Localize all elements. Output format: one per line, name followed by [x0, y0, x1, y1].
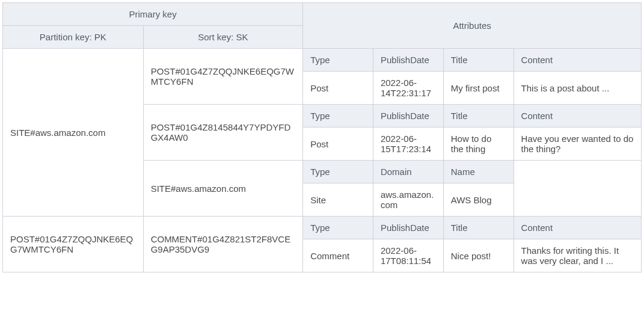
attr-value: Have you ever wanted to do the thing? — [514, 128, 641, 161]
sort-key-cell: COMMENT#01G4Z821ST2F8VCEG9AP35DVG9 — [143, 217, 303, 272]
header-primary-key: Primary key — [3, 3, 303, 26]
sort-key-cell: POST#01G4Z7ZQQJNKE6EQG7WMTCY6FN — [143, 49, 303, 105]
attr-value: aws.amazon.com — [373, 183, 443, 217]
dynamodb-table: Primary key Attributes Partition key: PK… — [2, 2, 642, 272]
attr-label — [514, 161, 641, 217]
attr-value: Post — [303, 72, 373, 105]
sort-key-cell: POST#01G4Z8145844Y7YPDYFDGX4AW0 — [143, 105, 303, 161]
attr-label: Content — [514, 49, 641, 72]
attr-value: How to do the thing — [443, 128, 514, 161]
partition-key-cell: SITE#aws.amazon.com — [3, 49, 144, 217]
attr-value: AWS Blog — [443, 183, 514, 217]
attr-value: 2022-06-14T22:31:17 — [373, 72, 443, 105]
attr-label: Name — [443, 161, 514, 183]
attr-value: Site — [303, 183, 373, 217]
attr-value: My first post — [443, 72, 514, 105]
attr-label: PublishDate — [373, 217, 443, 239]
attr-value: 2022-06-17T08:11:54 — [373, 239, 443, 272]
attr-label: Type — [303, 105, 373, 128]
attr-value: 2022-06-15T17:23:14 — [373, 128, 443, 161]
attr-label: Content — [514, 105, 641, 128]
header-partition-key: Partition key: PK — [3, 26, 144, 49]
attr-label: PublishDate — [373, 49, 443, 72]
attr-label: Title — [443, 105, 514, 128]
attr-label: Title — [443, 49, 514, 72]
attr-label: PublishDate — [373, 105, 443, 128]
attr-label: Title — [443, 217, 514, 239]
attr-label: Content — [514, 217, 641, 239]
attr-value: Nice post! — [443, 239, 514, 272]
attr-value: Thanks for writing this. It was very cle… — [514, 239, 641, 272]
attr-label: Domain — [373, 161, 443, 183]
sort-key-cell: SITE#aws.amazon.com — [143, 161, 303, 217]
header-sort-key: Sort key: SK — [143, 26, 303, 49]
attr-value: This is a post about ... — [514, 72, 641, 105]
attr-label: Type — [303, 217, 373, 239]
attr-label: Type — [303, 161, 373, 183]
partition-key-cell: POST#01G4Z7ZQQJNKE6EQG7WMTCY6FN — [3, 217, 144, 272]
attr-value: Post — [303, 128, 373, 161]
header-attributes: Attributes — [303, 3, 642, 49]
attr-label: Type — [303, 49, 373, 72]
attr-value: Comment — [303, 239, 373, 272]
